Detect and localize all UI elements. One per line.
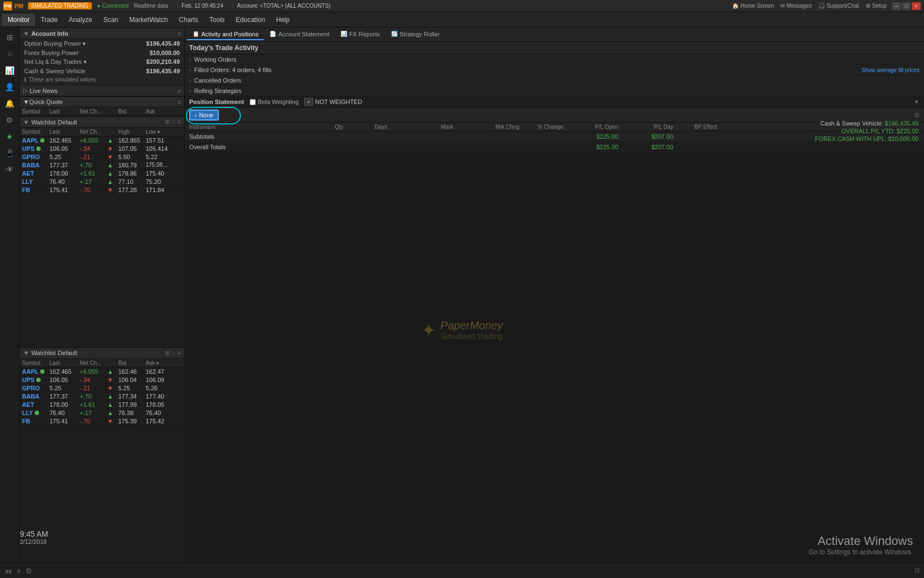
wl1-row-baba[interactable]: BABA 177.37 +.70 ▲ 180.79 175.08... [20, 161, 184, 170]
close-btn[interactable]: ✕ [912, 2, 921, 10]
wl2-row-aapl[interactable]: AAPL 162.465 +6.055 ▲ 162.46 162.47 [20, 368, 184, 376]
wl1-net-fb: -.70 [80, 187, 107, 193]
wl1-low-baba: 175.08... [146, 162, 168, 168]
wl2-row-gpro[interactable]: GPRO 5.25 -.21 ▼ 5.25 5.26 [20, 384, 184, 392]
watchlist2-toggle[interactable]: ▼ [23, 350, 29, 356]
menu-charts[interactable]: Charts [173, 14, 204, 26]
show-avg-btn[interactable]: Show average fill prices [861, 67, 920, 73]
tab-activity-positions[interactable]: 📋 Activity and Positions [187, 29, 264, 40]
wl1-high-lly: 77.10 [118, 178, 146, 185]
wl1-row-ups[interactable]: UPS 106.05 -.34 ▼ 107.05 105.414 [20, 145, 184, 153]
wl1-sym-aet[interactable]: AET [22, 170, 50, 177]
account-info-settings[interactable]: ≡ [178, 30, 181, 37]
wl1-high-baba: 180.79 [118, 162, 146, 168]
wl1-sym-aapl[interactable]: AAPL [22, 137, 50, 144]
left-panel: ▼ Account Info ≡ Option Buying Power ▾ $… [20, 28, 185, 578]
live-news-settings-icon[interactable]: ≡ [178, 88, 181, 94]
wl2-icon1[interactable]: ⊞ [165, 350, 170, 357]
position-filter-icon[interactable]: ▼ [914, 99, 920, 105]
wl2-row-lly[interactable]: LLY 76.40 +.17 ▲ 76.38 76.40 [20, 409, 184, 417]
wl1-icon1[interactable]: ⊞ [165, 118, 170, 126]
maximize-btn[interactable]: □ [902, 2, 911, 10]
wl1-sym-baba[interactable]: BABA [22, 162, 50, 168]
menu-education[interactable]: Education [230, 14, 271, 26]
bottom-arrow-icon[interactable]: ⊡ [915, 567, 920, 574]
wl1-dir-aapl: ▲ [107, 137, 118, 144]
position-gear-icon[interactable]: ⚙ [914, 112, 920, 119]
wl2-settings[interactable]: ≡ [178, 350, 181, 357]
wl1-sym-ups[interactable]: UPS [22, 145, 50, 152]
support-btn[interactable]: 🎧 Support/Chat [818, 3, 859, 9]
beta-weighting-checkbox[interactable] [250, 99, 256, 105]
live-news-toggle[interactable]: ▷ [23, 87, 28, 94]
wl1-sym-fb[interactable]: FB [22, 187, 50, 193]
wl2-row-ups[interactable]: UPS 106.05 -.34 ▼ 106.04 106.09 [20, 376, 184, 384]
minimize-btn[interactable]: ─ [892, 2, 901, 10]
wl1-row-lly[interactable]: LLY 76.40 +.17 ▲ 77.10 75.20 [20, 178, 184, 186]
wl2-row-aet[interactable]: AET 178.00 +1.61 ▲ 177.99 178.05 [20, 401, 184, 409]
wl2-sym-baba[interactable]: BABA [22, 393, 50, 400]
rolling-strategies-row[interactable]: › Rolling Strategies [185, 86, 924, 96]
watchlist1-toggle[interactable]: ▼ [23, 119, 29, 126]
sidebar-person-icon[interactable]: 👤 [2, 79, 18, 95]
wl1-row-aapl[interactable]: AAPL 162.465 +6.055 ▲ 162.865 157.51 [20, 137, 184, 145]
menu-tools[interactable]: Tools [204, 14, 230, 26]
tab-fx-reports[interactable]: 📊 FX Reports [335, 29, 386, 40]
wl1-sym-lly[interactable]: LLY [22, 178, 50, 185]
wl1-row-gpro[interactable]: GPRO 5.25 -.21 ▼ 5.50 5.22 [20, 153, 184, 161]
wl2-icon2[interactable]: ↕ [172, 350, 175, 357]
wl2-row-fb[interactable]: FB 175.41 -.70 ▼ 175.39 175.42 [20, 417, 184, 426]
wl1-high-aapl: 162.865 [118, 137, 146, 144]
bottom-settings-icon[interactable]: ⚙ [25, 566, 32, 575]
bottom-add-icon[interactable]: + [16, 566, 21, 575]
quick-quote-toggle[interactable]: ▼ [23, 99, 29, 105]
sidebar-chart-icon[interactable]: 📊 [2, 63, 18, 78]
wl1-row-aet[interactable]: AET 178.00 +1.61 ▲ 178.86 175.40 [20, 170, 184, 178]
wl2-sym-lly[interactable]: LLY [22, 410, 50, 416]
wl1-settings[interactable]: ≡ [178, 118, 181, 126]
wl2-sym-aapl[interactable]: AAPL [22, 368, 50, 375]
menu-help[interactable]: Help [271, 14, 295, 26]
account-info-toggle[interactable]: ▼ [23, 30, 29, 37]
menu-scan[interactable]: Scan [98, 14, 124, 26]
wl2-last-aet: 178.00 [50, 401, 80, 408]
sidebar-grid-icon[interactable]: ⊞ [2, 30, 18, 45]
wl2-col-last: Last [50, 360, 80, 366]
wl1-sym-gpro[interactable]: GPRO [22, 154, 50, 160]
none-button[interactable]: › None [189, 110, 219, 121]
sidebar-eye-icon[interactable]: 👁 [2, 162, 18, 177]
time-value: 9:45 AM [20, 530, 48, 538]
menu-monitor[interactable]: Monitor [2, 14, 35, 26]
option-buying-label: Option Buying Power ▾ [24, 40, 86, 47]
sidebar-circle-icon[interactable]: ○ [2, 46, 18, 62]
menu-marketwatch[interactable]: MarketWatch [124, 14, 173, 26]
wl2-sym-aet[interactable]: AET [22, 401, 50, 408]
ot-days [343, 144, 387, 150]
tab-strategy-roller[interactable]: 🔄 Strategy Roller [386, 29, 446, 40]
wl2-sym-ups[interactable]: UPS [22, 377, 50, 383]
sidebar-phone-icon[interactable]: 📱 [2, 145, 18, 161]
watchlist1-icons: ⊞ ↕ ≡ [165, 118, 181, 126]
setup-btn[interactable]: ⚙ Setup [866, 3, 887, 9]
wl1-icon2[interactable]: ↕ [172, 118, 175, 126]
working-orders-row[interactable]: › Working Orders [185, 54, 924, 65]
menu-analyze[interactable]: Analyze [63, 14, 98, 26]
sidebar-star-icon[interactable]: ★ [2, 129, 18, 144]
tab-account-statement[interactable]: 📄 Account Statement [264, 29, 335, 40]
sidebar-bell-icon[interactable]: 🔔 [2, 96, 18, 111]
wl2-ask-lly: 76.40 [146, 410, 168, 416]
papermoney-watermark: ✦ PaperMoney Simulated Trading [421, 319, 503, 341]
cancelled-orders-row[interactable]: › Cancelled Orders [185, 75, 924, 86]
home-screen-btn[interactable]: 🏠 Home Screen [732, 3, 774, 9]
wl2-sym-fb[interactable]: FB [22, 418, 50, 424]
messages-btn[interactable]: ✉ Messages [780, 3, 812, 9]
wl2-sym-gpro[interactable]: GPRO [22, 385, 50, 391]
menu-trade[interactable]: Trade [35, 14, 63, 26]
wl1-high-ups: 107.05 [118, 145, 146, 152]
sidebar-settings-icon[interactable]: ⚙ [2, 112, 18, 128]
bottom-prev-icon[interactable]: ⏮ [4, 566, 12, 575]
filled-orders-row[interactable]: › Filled Orders: 4 orders, 4 fills Show … [185, 65, 924, 75]
wl2-row-baba[interactable]: BABA 177.37 +.70 ▲ 177.34 177.40 [20, 392, 184, 401]
wl1-row-fb[interactable]: FB 175.41 -.70 ▼ 177.28 171.84 [20, 186, 184, 194]
quick-quote-settings[interactable]: ≡ [178, 99, 181, 105]
